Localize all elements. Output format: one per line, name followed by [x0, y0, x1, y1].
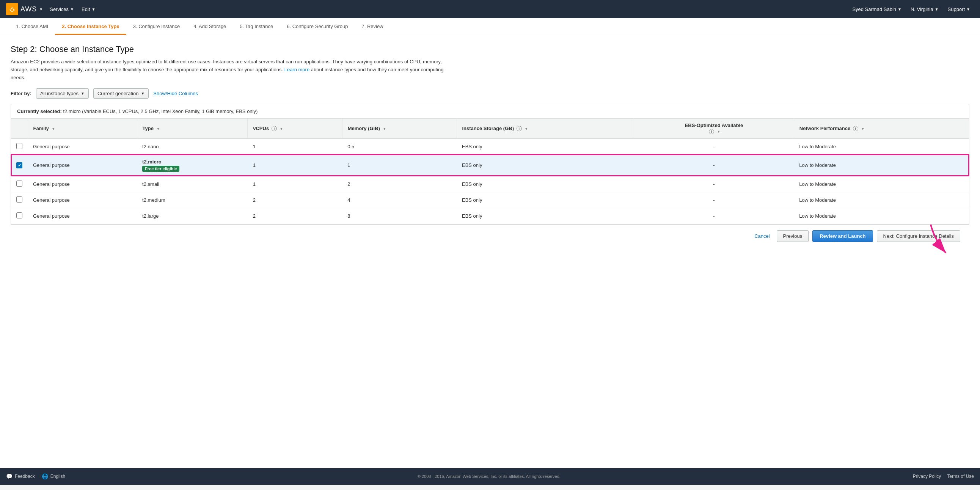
previous-button[interactable]: Previous — [777, 230, 809, 242]
row-checkbox-cell[interactable] — [11, 176, 28, 192]
generation-filter[interactable]: Current generation ▼ — [93, 88, 149, 99]
show-hide-columns-link[interactable]: Show/Hide Columns — [153, 91, 198, 96]
page-description: Amazon EC2 provides a wide selection of … — [11, 58, 447, 81]
tab-step5[interactable]: 5. Tag Instance — [233, 18, 280, 35]
action-bar: Cancel Previous Review and Launch Next: … — [11, 224, 969, 247]
row-network: Low to Moderate — [794, 138, 969, 155]
vcpus-sort-icon[interactable]: ▼ — [280, 127, 283, 131]
currently-selected-bar: Currently selected: t2.micro (Variable E… — [11, 104, 969, 118]
learn-more-link[interactable]: Learn more — [285, 67, 309, 72]
family-sort-icon[interactable]: ▼ — [52, 127, 55, 131]
top-nav: AWS ▼ Services ▼ Edit ▼ Syed Sarmad Sabi… — [0, 0, 980, 18]
instance-table: Family ▼ Type ▼ vCPUs i ▼ — [11, 119, 969, 224]
row-ebs: - — [634, 192, 794, 208]
instance-table-wrapper: Family ▼ Type ▼ vCPUs i ▼ — [11, 118, 969, 224]
privacy-policy-link[interactable]: Privacy Policy — [913, 474, 941, 479]
region-menu[interactable]: N. Virginia ▼ — [907, 4, 942, 14]
step-tabs: 1. Choose AMI 2. Choose Instance Type 3.… — [0, 18, 980, 35]
next-button[interactable]: Next: Configure Instance Details — [877, 230, 960, 242]
row-memory: 8 — [342, 208, 457, 224]
network-info-icon[interactable]: i — [853, 126, 858, 131]
filter-label: Filter by: — [11, 91, 32, 96]
row-ebs: - — [634, 154, 794, 176]
free-tier-badge: Free tier eligible — [142, 166, 180, 172]
filter-row: Filter by: All instance types ▼ Current … — [11, 88, 969, 99]
footer-copyright: © 2008 - 2016, Amazon Web Services, Inc.… — [65, 474, 913, 479]
aws-logo[interactable]: AWS ▼ — [6, 3, 43, 15]
brand-label: AWS — [21, 5, 37, 13]
tab-step7[interactable]: 7. Review — [355, 18, 390, 35]
network-sort-icon[interactable]: ▼ — [861, 127, 864, 131]
header-network: Network Performance i ▼ — [794, 119, 969, 138]
header-type: Type ▼ — [137, 119, 248, 138]
storage-info-icon[interactable]: i — [517, 126, 522, 131]
globe-icon: 🌐 — [42, 473, 48, 479]
footer-right: Privacy Policy Terms of Use — [913, 474, 974, 479]
vcpus-info-icon[interactable]: i — [272, 126, 277, 131]
row-vcpus: 1 — [248, 138, 342, 155]
tab-step1[interactable]: 1. Choose AMI — [9, 18, 55, 35]
ebs-info-icon[interactable]: i — [709, 129, 714, 134]
row-checkbox-cell[interactable] — [11, 138, 28, 155]
feedback-button[interactable]: 💬 Feedback — [6, 473, 35, 479]
row-checkbox-cell[interactable] — [11, 208, 28, 224]
row-network: Low to Moderate — [794, 154, 969, 176]
row-select-checkbox[interactable] — [16, 181, 22, 186]
row-storage: EBS only — [457, 154, 634, 176]
row-memory: 2 — [342, 176, 457, 192]
row-storage: EBS only — [457, 192, 634, 208]
row-checkbox-cell[interactable] — [11, 192, 28, 208]
memory-sort-icon[interactable]: ▼ — [383, 127, 387, 131]
row-select-checkbox[interactable] — [16, 196, 22, 202]
row-memory: 1 — [342, 154, 457, 176]
table-row[interactable]: General purpose t2.large 2 8 EBS only - … — [11, 208, 969, 224]
review-and-launch-button[interactable]: Review and Launch — [812, 230, 873, 242]
aws-logo-box — [6, 3, 18, 15]
row-network: Low to Moderate — [794, 192, 969, 208]
row-ebs: - — [634, 208, 794, 224]
edit-menu[interactable]: Edit ▼ — [78, 4, 99, 14]
row-select-checkbox-checked[interactable] — [16, 162, 22, 169]
header-ebs: EBS-Optimized Available i ▼ — [634, 119, 794, 138]
row-network: Low to Moderate — [794, 176, 969, 192]
table-row[interactable]: General purpose t2.medium 2 4 EBS only -… — [11, 192, 969, 208]
tab-step4[interactable]: 4. Add Storage — [186, 18, 233, 35]
row-type: t2.micro Free tier eligible — [137, 154, 248, 176]
row-type: t2.medium — [137, 192, 248, 208]
row-family: General purpose — [28, 138, 137, 155]
support-menu[interactable]: Support ▼ — [944, 4, 974, 14]
header-storage: Instance Storage (GB) i ▼ — [457, 119, 634, 138]
row-checkbox-cell[interactable] — [11, 154, 28, 176]
language-button[interactable]: 🌐 English — [42, 473, 65, 479]
nav-right: Syed Sarmad Sabih ▼ N. Virginia ▼ Suppor… — [848, 4, 974, 14]
row-select-checkbox[interactable] — [16, 143, 22, 149]
page-title: Step 2: Choose an Instance Type — [11, 45, 969, 54]
tab-step3[interactable]: 3. Configure Instance — [126, 18, 187, 35]
footer: 💬 Feedback 🌐 English © 2008 - 2016, Amaz… — [0, 468, 980, 485]
row-family: General purpose — [28, 176, 137, 192]
table-container: Family ▼ Type ▼ vCPUs i ▼ — [11, 118, 969, 224]
row-ebs: - — [634, 138, 794, 155]
table-row[interactable]: General purpose t2.small 1 2 EBS only - … — [11, 176, 969, 192]
header-memory: Memory (GiB) ▼ — [342, 119, 457, 138]
type-sort-icon[interactable]: ▼ — [157, 127, 160, 131]
services-menu[interactable]: Services ▼ — [46, 4, 78, 14]
header-family: Family ▼ — [28, 119, 137, 138]
cancel-button[interactable]: Cancel — [751, 231, 773, 241]
ebs-sort-icon[interactable]: ▼ — [717, 130, 720, 134]
instance-type-filter[interactable]: All instance types ▼ — [36, 88, 89, 99]
brand-caret: ▼ — [39, 7, 43, 11]
row-select-checkbox[interactable] — [16, 212, 22, 218]
table-row[interactable]: General purpose t2.nano 1 0.5 EBS only -… — [11, 138, 969, 155]
row-storage: EBS only — [457, 176, 634, 192]
footer-left: 💬 Feedback 🌐 English — [6, 473, 65, 479]
row-family: General purpose — [28, 192, 137, 208]
tab-step6[interactable]: 6. Configure Security Group — [280, 18, 355, 35]
table-row[interactable]: General purpose t2.micro Free tier eligi… — [11, 154, 969, 176]
terms-of-use-link[interactable]: Terms of Use — [947, 474, 974, 479]
storage-sort-icon[interactable]: ▼ — [525, 127, 528, 131]
row-ebs: - — [634, 176, 794, 192]
row-storage: EBS only — [457, 138, 634, 155]
tab-step2[interactable]: 2. Choose Instance Type — [55, 18, 126, 35]
user-menu[interactable]: Syed Sarmad Sabih ▼ — [848, 4, 905, 14]
